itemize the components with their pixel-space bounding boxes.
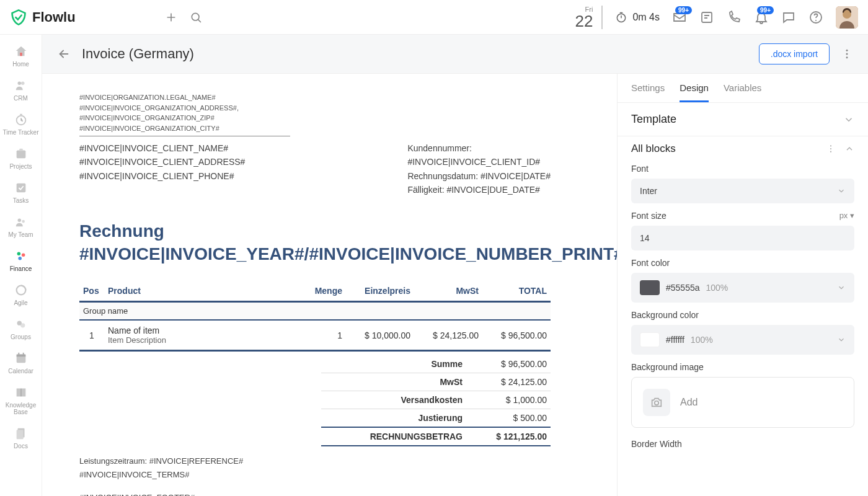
notes-icon[interactable] — [699, 10, 714, 25]
svg-point-7 — [17, 82, 21, 86]
docx-import-button[interactable]: .docx import — [759, 43, 830, 64]
kb-icon — [14, 386, 28, 399]
font-color-swatch — [640, 280, 660, 295]
logo[interactable]: Flowlu — [10, 9, 76, 26]
font-size-unit[interactable]: px ▾ — [839, 211, 854, 221]
footer-reference[interactable]: Leistungszeitraum: #INVOICE|REFERENCE# — [79, 455, 551, 467]
items-table[interactable]: Pos Product Menge Einzelpreis MwSt TOTAL… — [79, 281, 551, 352]
add-icon[interactable] — [165, 11, 177, 24]
inbox-icon[interactable]: 99+ — [672, 10, 687, 25]
sidebar-item-home[interactable]: Home — [2, 40, 40, 74]
invoice-heading[interactable]: Rechnung #INVOICE|INVOICE_YEAR#/#INVOICE… — [79, 219, 551, 267]
search-icon[interactable] — [190, 11, 202, 24]
sidebar-item-label: Home — [2, 61, 40, 68]
chevron-down-icon — [837, 283, 846, 292]
bg-color-value: #ffffff — [666, 335, 684, 345]
organization-address-block[interactable]: #INVOICE|ORGANIZATION.LEGAL_NAME##INVOIC… — [79, 92, 290, 136]
camera-icon — [643, 389, 670, 416]
col-qty: Menge — [296, 281, 346, 302]
sidebar-item-team[interactable]: My Team — [2, 210, 40, 244]
font-select[interactable]: Inter — [631, 179, 854, 203]
sidebar: HomeCRMTime TrackerProjectsTasksMy TeamF… — [0, 35, 42, 496]
date-number: 22 — [575, 13, 593, 29]
font-value: Inter — [640, 186, 657, 196]
col-pos: Pos — [79, 281, 104, 302]
svg-point-30 — [830, 145, 831, 146]
font-size-value: 14 — [640, 233, 650, 243]
svg-point-33 — [655, 401, 658, 405]
font-label: Font — [631, 164, 854, 174]
svg-point-28 — [846, 53, 848, 55]
col-total: TOTAL — [482, 281, 551, 302]
svg-rect-11 — [19, 149, 23, 151]
sidebar-item-finance[interactable]: Finance — [2, 244, 40, 278]
phone-icon[interactable] — [727, 10, 742, 25]
svg-point-29 — [846, 56, 848, 58]
bg-color-select[interactable]: #ffffff 100% — [631, 325, 854, 355]
sidebar-item-time[interactable]: Time Tracker — [2, 108, 40, 142]
border-width-label: Border Width — [631, 439, 854, 449]
table-row[interactable]: 1 Name of itemItem Description 1 $ 10,00… — [79, 320, 551, 351]
svg-rect-22 — [16, 355, 25, 357]
bell-badge: 99+ — [757, 6, 774, 14]
timer-display[interactable]: 0m 4s — [615, 11, 660, 24]
font-size-input[interactable]: 14 — [631, 226, 854, 250]
sidebar-item-agile[interactable]: Agile — [2, 278, 40, 312]
projects-icon — [14, 147, 28, 161]
help-icon[interactable] — [808, 10, 823, 25]
svg-rect-24 — [22, 353, 24, 356]
sidebar-item-calendar[interactable]: Calendar — [2, 347, 40, 381]
team-icon — [14, 215, 28, 229]
group-name-cell: Group name — [79, 302, 551, 321]
sidebar-item-docs[interactable]: Docs — [2, 422, 40, 456]
svg-point-14 — [22, 220, 25, 223]
bell-icon[interactable]: 99+ — [754, 10, 769, 25]
kebab-icon[interactable] — [826, 144, 836, 154]
inbox-badge: 99+ — [675, 6, 692, 14]
crm-icon — [14, 79, 28, 92]
svg-rect-12 — [16, 184, 25, 193]
sidebar-item-kb[interactable]: Knowledge Base — [2, 381, 40, 422]
svg-point-4 — [815, 20, 817, 21]
chat-icon[interactable] — [781, 10, 796, 25]
avatar[interactable] — [836, 6, 858, 29]
font-color-select[interactable]: #55555a 100% — [631, 273, 854, 303]
tasks-icon — [14, 181, 28, 195]
col-product: Product — [104, 281, 296, 302]
svg-rect-10 — [16, 151, 25, 159]
chevron-down-icon — [837, 187, 846, 195]
svg-point-32 — [830, 151, 831, 153]
item-qty: 1 — [296, 320, 346, 351]
template-section-toggle[interactable]: Template — [631, 113, 854, 126]
item-total: $ 96,500.00 — [482, 320, 551, 351]
svg-rect-23 — [18, 353, 19, 356]
tab-settings[interactable]: Settings — [631, 82, 665, 102]
back-arrow-icon[interactable] — [57, 47, 71, 61]
date-display[interactable]: Fri 22 — [575, 6, 603, 29]
chevron-down-icon — [837, 335, 846, 344]
svg-point-31 — [830, 148, 831, 149]
footer-terms[interactable]: #INVOICE|INVOICE_TERMS# — [79, 469, 551, 481]
sidebar-item-label: Groups — [2, 334, 40, 340]
sidebar-item-label: Finance — [2, 265, 40, 272]
sidebar-item-projects[interactable]: Projects — [2, 142, 40, 176]
agile-icon — [14, 283, 28, 297]
sidebar-item-tasks[interactable]: Tasks — [2, 176, 40, 210]
totals-table[interactable]: Summe$ 96,500.00MwSt$ 24,125.00Versandko… — [321, 355, 551, 446]
sidebar-item-label: Agile — [2, 299, 40, 306]
col-unit: Einzelpreis — [346, 281, 414, 302]
timer-text: 0m 4s — [632, 12, 660, 23]
sidebar-item-label: Projects — [2, 163, 40, 170]
invoice-meta-block[interactable]: Kundennummer:#INVOICE|INVOICE_CLIENT_ID#… — [407, 141, 551, 197]
sidebar-item-groups[interactable]: Groups — [2, 312, 40, 347]
sidebar-item-crm[interactable]: CRM — [2, 74, 40, 108]
chevron-up-icon[interactable] — [844, 144, 854, 154]
tab-variables[interactable]: Variables — [724, 82, 761, 102]
time-icon — [14, 113, 28, 126]
client-address-block[interactable]: #INVOICE|INVOICE_CLIENT_NAME##INVOICE|IN… — [79, 141, 245, 197]
tab-design[interactable]: Design — [680, 82, 709, 102]
kebab-menu-icon[interactable] — [841, 48, 853, 60]
bg-image-add[interactable]: Add — [631, 377, 854, 428]
footer-text[interactable]: #INVOICE|INVOICE_FOOTER# — [79, 492, 551, 496]
sidebar-item-label: My Team — [2, 231, 40, 238]
